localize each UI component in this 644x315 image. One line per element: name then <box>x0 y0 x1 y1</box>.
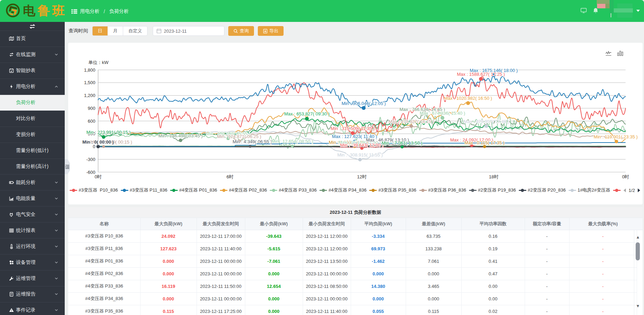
svg-text:Min : -39.643( 12:00 ): Min : -39.643( 12:00 ) <box>340 143 383 148</box>
svg-text:600: 600 <box>88 119 95 124</box>
svg-text:Max : 1020.982( 16:50 ): Max : 1020.982( 16:50 ) <box>444 96 492 101</box>
svg-text:Max : 674.836( 15:40 ): Max : 674.836( 15:40 ) <box>420 111 465 116</box>
svg-text:Min : -7.061( 13:50 ): Min : -7.061( 13:50 ) <box>382 140 422 146</box>
svg-text:Min : 223.991( 00:15 ): Min : 223.991( 00:15 ) <box>86 130 130 135</box>
svg-text:900: 900 <box>88 106 95 111</box>
svg-text:Min : 119.001( 23:35 ): Min : 119.001( 23:35 ) <box>594 134 638 139</box>
svg-text:0时: 0时 <box>622 174 629 179</box>
svg-text:0: 0 <box>93 144 95 149</box>
svg-text:1,200: 1,200 <box>84 93 95 98</box>
svg-text:单位：kW: 单位：kW <box>88 60 109 65</box>
svg-text:Min : 12.654( 08:50 ): Min : 12.654( 08:50 ) <box>271 139 313 144</box>
svg-text:Max : 653.827( 09:30 ): Max : 653.827( 09:30 ) <box>284 111 330 116</box>
svg-text:Min : -308.915( 11:55 ): Min : -308.915( 11:55 ) <box>337 152 383 158</box>
svg-text:Min : 4.349( 06:55 ): Min : 4.349( 06:55 ) <box>233 139 272 144</box>
svg-text:1,500: 1,500 <box>84 80 95 85</box>
svg-text:0时: 0时 <box>95 174 102 179</box>
svg-text:Max : 479.957( 17:40 ): Max : 479.957( 17:40 ) <box>463 119 509 124</box>
svg-text:12时: 12时 <box>357 174 366 179</box>
svg-text:Max : 479.427( 14:15 ): Max : 479.427( 14:15 ) <box>389 119 434 124</box>
svg-text:Min : 0( 00:00 ): Min : 0( 00:00 ) <box>82 139 114 145</box>
svg-text:Max : 1675.146( 18:00 ): Max : 1675.146( 18:00 ) <box>470 68 518 73</box>
svg-text:6时: 6时 <box>226 174 233 179</box>
svg-text:-600: -600 <box>86 170 95 175</box>
svg-text:18时: 18时 <box>489 174 498 179</box>
svg-text:Min : 146.498( 03:45 ): Min : 146.498( 03:45 ) <box>158 133 202 138</box>
svg-text:-300: -300 <box>86 157 95 162</box>
svg-text:Min : 906.046( 12:05 ): Min : 906.046( 12:05 ) <box>342 101 386 106</box>
svg-text:1,800: 1,800 <box>84 67 95 73</box>
svg-text:Min : 124.871( 06:25 ): Min : 124.871( 06:25 ) <box>217 134 261 139</box>
svg-text:Max : 0.115( 17:35 ): Max : 0.115( 17:35 ) <box>464 140 504 145</box>
svg-text:Min : 315.509( 11:35 ): Min : 315.509( 11:35 ) <box>331 126 375 131</box>
